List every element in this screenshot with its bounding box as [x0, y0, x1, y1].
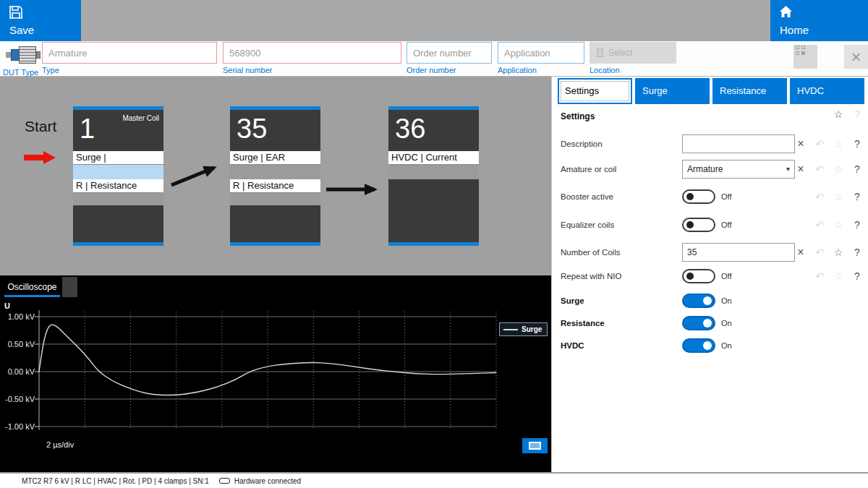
help-icon[interactable]: ? — [850, 163, 864, 175]
dut-armature-body — [19, 46, 36, 64]
clear-icon[interactable]: × — [793, 137, 808, 150]
status-bar: MTC2 R7 6 kV | R LC | HVAC | Rot. | PD |… — [0, 474, 868, 488]
connection-status: Hardware connected — [234, 477, 301, 485]
tab-hvdc[interactable]: HVDC — [790, 78, 864, 104]
oscilloscope-panel: Oscilloscope U 1.00 kV 0.50 kV 0.00 kV -… — [0, 275, 551, 472]
repeat-with-nio-toggle[interactable] — [682, 269, 715, 283]
serial-number-input[interactable] — [223, 42, 401, 64]
start-label: Start — [25, 118, 56, 135]
dut-type-icon[interactable]: DUT Type — [6, 45, 41, 65]
undo-icon[interactable]: ↶ — [812, 138, 827, 150]
favorite-star-icon[interactable]: ☆ — [831, 219, 846, 231]
type-input[interactable] — [42, 42, 217, 64]
test-row-surge[interactable]: Surge | — [73, 151, 163, 165]
favorite-star-icon[interactable]: ☆ — [831, 191, 846, 202]
clear-icon[interactable]: × — [793, 163, 808, 176]
device-info: MTC2 R7 6 kV | R LC | HVAC | Rot. | PD |… — [22, 477, 209, 485]
master-coil-badge: Master Coil — [122, 114, 159, 122]
favorite-star-icon[interactable]: ☆ — [831, 247, 846, 258]
test-row-selected[interactable] — [73, 165, 163, 179]
test-row-resistance[interactable]: R | Resistance — [230, 179, 320, 193]
favorite-star-icon[interactable]: ☆ — [831, 108, 846, 120]
test-row-hvdc-current[interactable]: HVDC | Current — [388, 151, 479, 165]
save-label: Save — [9, 24, 34, 36]
y-tick-3: 0.00 kV — [0, 367, 35, 376]
application-field-label: Application — [498, 66, 584, 74]
dut-armature-shaft-right — [36, 51, 41, 59]
help-icon[interactable]: ? — [850, 219, 864, 231]
undo-icon[interactable]: ↶ — [812, 191, 827, 202]
coil-card-35[interactable]: 35 Surge | EAR R | Resistance — [230, 106, 320, 246]
close-icon: × — [851, 47, 861, 67]
chevron-down-icon: ▾ — [786, 160, 790, 178]
expand-chart-button[interactable] — [522, 438, 548, 453]
help-icon[interactable]: ? — [850, 191, 864, 202]
undo-icon[interactable]: ↶ — [812, 163, 827, 175]
favorite-star-icon[interactable]: ☆ — [831, 163, 846, 175]
grid-view-button[interactable] — [793, 45, 817, 69]
y-tick-5: -1.00 kV — [0, 422, 35, 431]
row-repeat-with-nio: Repeat with NIO Off ↶ ☆ ? — [552, 265, 868, 287]
armature-or-coil-select[interactable]: Armature ▾ — [682, 160, 795, 179]
test-row-resistance[interactable]: R | Resistance — [73, 179, 163, 193]
row-surge: Surge On — [552, 290, 868, 312]
hvdc-toggle[interactable] — [682, 338, 715, 353]
location-select-button[interactable]: Select — [590, 42, 676, 64]
test-row-empty[interactable] — [230, 165, 320, 179]
save-button[interactable]: Save — [0, 0, 81, 41]
home-label: Home — [780, 24, 809, 36]
order-number-input[interactable] — [407, 42, 492, 64]
favorite-star-icon[interactable]: ☆ — [831, 270, 846, 282]
coil-card-36[interactable]: 36 HVDC | Current — [388, 106, 479, 246]
surge-toggle[interactable] — [682, 294, 715, 308]
test-row-surge-ear[interactable]: Surge | EAR — [230, 151, 320, 165]
row-number-of-coils: Number of Coils × ↶ ☆ ? — [552, 241, 868, 263]
qr-grid-icon — [801, 51, 811, 61]
row-label: Description — [561, 140, 603, 148]
close-button[interactable]: × — [844, 45, 868, 69]
test-row-empty[interactable] — [388, 165, 479, 179]
help-icon[interactable]: ? — [850, 247, 864, 258]
app-window: Save Home DUT Type Type Serial number — [0, 0, 868, 488]
row-description: Description × ↶ ☆ ? — [552, 133, 868, 155]
row-armature-or-coil: Amature or coil Armature ▾ × ↶ ☆ ? — [552, 158, 868, 180]
undo-icon[interactable]: ↶ — [812, 270, 827, 282]
row-label: Repeat with NIO — [561, 272, 621, 281]
help-icon[interactable]: ? — [850, 108, 864, 120]
test-row-empty[interactable] — [73, 193, 163, 205]
resistance-toggle[interactable] — [682, 316, 715, 330]
tab-resistance[interactable]: Resistance — [712, 78, 787, 104]
help-icon[interactable]: ? — [850, 138, 864, 150]
coil-number: 36 — [395, 110, 425, 147]
location-field-label: Location — [590, 66, 676, 74]
clear-icon[interactable]: × — [793, 246, 808, 259]
favorite-star-icon[interactable]: ☆ — [831, 138, 846, 150]
oscilloscope-secondary-tab[interactable] — [62, 277, 77, 297]
booster-active-toggle[interactable] — [682, 189, 715, 204]
undo-icon[interactable]: ↶ — [812, 247, 827, 258]
selected-option: Armature — [687, 164, 723, 174]
y-tick-2: 0.50 kV — [0, 340, 35, 348]
serial-field-label: Serial number — [223, 66, 401, 74]
row-label: Equalizer coils — [561, 221, 614, 229]
start-arrow-icon — [24, 151, 57, 164]
row-resistance: Resistance On — [552, 312, 868, 334]
section-title: Settings — [561, 111, 595, 121]
help-icon[interactable]: ? — [850, 270, 864, 282]
coil-number: 1 — [80, 110, 95, 147]
equalizer-coils-toggle[interactable] — [682, 218, 715, 232]
tab-settings[interactable]: Settings — [558, 78, 632, 104]
x-scale-label: 2 µs/div — [46, 440, 74, 449]
tab-oscilloscope[interactable]: Oscilloscope — [4, 278, 60, 297]
serial-field-group: Serial number — [223, 42, 401, 74]
home-button[interactable]: Home — [770, 0, 868, 41]
number-of-coils-input[interactable] — [682, 243, 795, 262]
test-row-empty[interactable] — [230, 193, 320, 205]
description-input[interactable] — [682, 134, 795, 153]
undo-icon[interactable]: ↶ — [812, 219, 827, 231]
application-input[interactable] — [498, 42, 584, 64]
legend-line-sample — [503, 329, 518, 330]
coil-card-1[interactable]: 1 Master Coil Surge | R | Resistance — [73, 106, 163, 246]
toggle-state-label: Off — [721, 192, 731, 201]
tab-surge[interactable]: Surge — [635, 78, 710, 104]
